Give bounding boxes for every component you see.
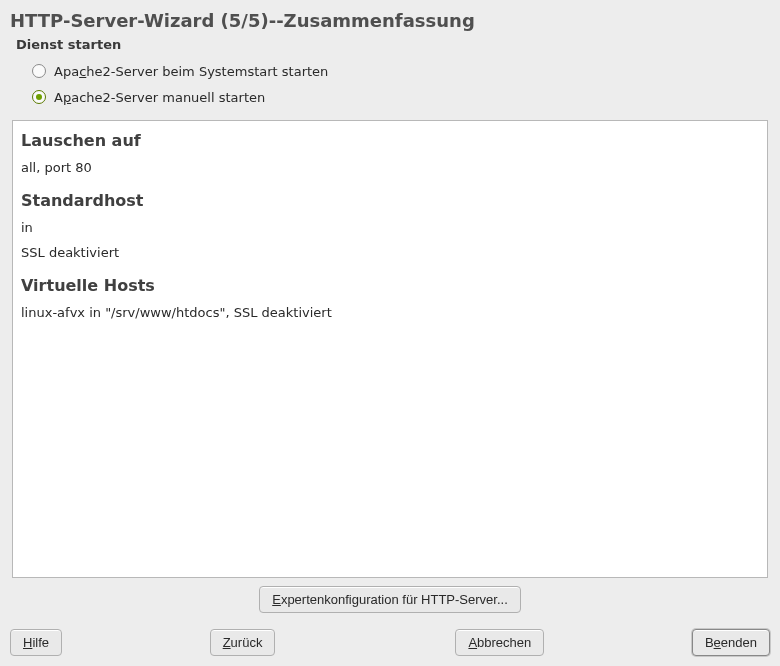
finish-button[interactable]: Beenden	[692, 629, 770, 656]
summary-heading-vhosts: Virtuelle Hosts	[21, 276, 759, 295]
help-button[interactable]: Hilfe	[10, 629, 62, 656]
expert-row: Expertenkonfiguration für HTTP-Server...	[10, 586, 770, 613]
expert-config-button[interactable]: Expertenkonfiguration für HTTP-Server...	[259, 586, 521, 613]
radio-start-on-boot[interactable]: Apache2-Server beim Systemstart starten	[32, 58, 770, 84]
footer-bar: Hilfe Zurück Abbrechen Beenden	[10, 629, 770, 656]
page-title: HTTP-Server-Wizard (5/5)--Zusammenfassun…	[10, 10, 770, 31]
summary-box: Lauschen auf all, port 80 Standardhost i…	[12, 120, 768, 578]
radio-label: Apache2-Server beim Systemstart starten	[54, 64, 328, 79]
summary-defaulthost-line1: in	[21, 220, 759, 235]
summary-vhosts-value: linux-afvx in "/srv/www/htdocs", SSL dea…	[21, 305, 759, 320]
radio-icon	[32, 64, 46, 78]
summary-listen-value: all, port 80	[21, 160, 759, 175]
radio-icon-selected	[32, 90, 46, 104]
service-radio-group: Apache2-Server beim Systemstart starten …	[32, 58, 770, 110]
radio-start-manual[interactable]: Apache2-Server manuell starten	[32, 84, 770, 110]
back-button[interactable]: Zurück	[210, 629, 276, 656]
summary-heading-defaulthost: Standardhost	[21, 191, 759, 210]
wizard-window: HTTP-Server-Wizard (5/5)--Zusammenfassun…	[0, 0, 780, 666]
radio-label: Apache2-Server manuell starten	[54, 90, 265, 105]
summary-defaulthost-line2: SSL deaktiviert	[21, 245, 759, 260]
summary-heading-listen: Lauschen auf	[21, 131, 759, 150]
cancel-button[interactable]: Abbrechen	[455, 629, 544, 656]
service-section-label: Dienst starten	[16, 37, 770, 52]
